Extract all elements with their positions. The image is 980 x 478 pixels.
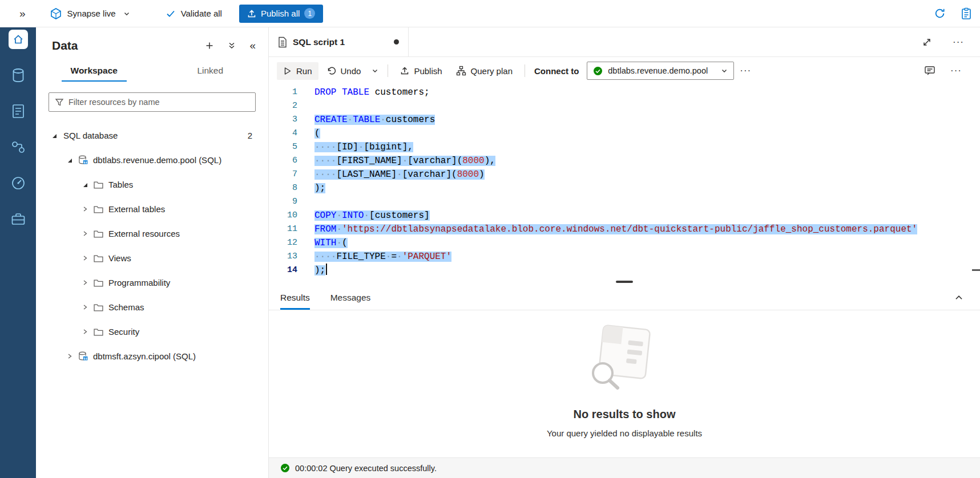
connect-to-label: Connect to bbox=[534, 66, 579, 76]
synapse-live-selector[interactable]: Synapse live bbox=[50, 7, 130, 20]
code-editor[interactable]: 1DROP TABLE customers;23CREATE·TABLE·cus… bbox=[269, 84, 980, 278]
code-line-9[interactable]: 9 bbox=[269, 195, 980, 209]
query-plan-button[interactable]: Query plan bbox=[450, 62, 519, 80]
filter-resources-box[interactable] bbox=[49, 92, 256, 112]
tree-item-dbtmsft-azsyn-cipool-sql[interactable]: dbtmsft.azsyn.cipool (SQL) bbox=[36, 344, 268, 368]
code-line-7[interactable]: 7····[LAST_NAME]·[varchar](8000) bbox=[269, 168, 980, 181]
line-number: 10 bbox=[269, 209, 297, 222]
data-panel: Data « Workspace Linked bbox=[36, 27, 269, 478]
tree-item-tables[interactable]: Tables bbox=[36, 172, 268, 197]
results-splitter[interactable] bbox=[269, 278, 980, 285]
tree-expanded-arrow-icon[interactable] bbox=[50, 133, 59, 139]
pane-more-actions-icon[interactable]: ··· bbox=[946, 63, 966, 79]
properties-icon[interactable] bbox=[924, 65, 935, 76]
mode-label: Synapse live bbox=[67, 9, 116, 18]
collapse-results-chevron-icon[interactable] bbox=[954, 293, 964, 303]
tree-collapsed-arrow-icon[interactable] bbox=[80, 279, 90, 286]
code-line-content: COPY·INTO·[customers] bbox=[314, 209, 430, 222]
tab-sql-script-1[interactable]: SQL script 1 bbox=[269, 27, 409, 56]
tree-item-security[interactable]: Security bbox=[36, 319, 268, 344]
code-line-content: ( bbox=[314, 127, 320, 140]
line-number: 6 bbox=[269, 154, 297, 168]
code-line-10[interactable]: 10COPY·INTO·[customers] bbox=[269, 209, 980, 222]
run-button[interactable]: Run bbox=[277, 62, 318, 80]
tree-item-programmability[interactable]: Programmability bbox=[36, 270, 268, 295]
code-line-5[interactable]: 5····[ID]·[bigint], bbox=[269, 140, 980, 154]
add-resource-icon[interactable] bbox=[205, 41, 214, 50]
tree-collapsed-arrow-icon[interactable] bbox=[80, 304, 90, 310]
line-number: 7 bbox=[269, 168, 297, 181]
line-number: 5 bbox=[269, 140, 297, 154]
monitor-hub-icon[interactable] bbox=[9, 173, 28, 193]
synapse-studio: » Synapse live Validate all Publish all … bbox=[0, 0, 980, 478]
undo-button[interactable]: Undo bbox=[320, 62, 368, 80]
tree-item-views[interactable]: Views bbox=[36, 246, 268, 270]
tab-results[interactable]: Results bbox=[280, 285, 310, 310]
connect-to-dropdown[interactable]: dbtlabs.revenue.demo.pool bbox=[587, 62, 734, 80]
run-label: Run bbox=[296, 66, 312, 76]
publish-button[interactable]: Publish bbox=[394, 62, 448, 80]
code-line-1[interactable]: 1DROP TABLE customers; bbox=[269, 86, 980, 99]
line-number: 2 bbox=[269, 99, 297, 113]
code-line-3[interactable]: 3CREATE·TABLE·customers bbox=[269, 113, 980, 127]
pool-icon bbox=[78, 155, 88, 165]
tab-linked[interactable]: Linked bbox=[152, 58, 269, 83]
clipboard-icon[interactable] bbox=[961, 7, 972, 20]
undo-label: Undo bbox=[341, 66, 361, 76]
code-line-12[interactable]: 12WITH·( bbox=[269, 236, 980, 250]
tree-collapsed-arrow-icon[interactable] bbox=[65, 353, 74, 359]
code-line-2[interactable]: 2 bbox=[269, 99, 980, 113]
tree-collapsed-arrow-icon[interactable] bbox=[80, 230, 90, 237]
code-line-content: WITH·( bbox=[314, 236, 348, 250]
validate-all-button[interactable]: Validate all bbox=[166, 9, 222, 19]
code-line-8[interactable]: 8); bbox=[269, 181, 980, 195]
double-chevron-down-icon[interactable] bbox=[228, 42, 236, 50]
tab-workspace[interactable]: Workspace bbox=[36, 58, 152, 83]
query-status-bar: 00:00:02 Query executed successfully. bbox=[269, 457, 980, 478]
refresh-icon[interactable] bbox=[934, 7, 946, 19]
undo-dropdown-chevron-icon[interactable] bbox=[368, 63, 382, 78]
code-line-13[interactable]: 13····FILE_TYPE·=·'PARQUET' bbox=[269, 250, 980, 264]
code-line-4[interactable]: 4( bbox=[269, 127, 980, 140]
code-line-content: ); bbox=[314, 181, 325, 195]
empty-results-subtitle: Your query yielded no displayable result… bbox=[547, 428, 702, 438]
code-line-14[interactable]: 14); bbox=[269, 264, 980, 277]
manage-hub-icon[interactable] bbox=[9, 209, 28, 229]
expand-editor-icon[interactable] bbox=[922, 37, 932, 47]
panel-title: Data bbox=[52, 39, 78, 52]
tree-collapsed-arrow-icon[interactable] bbox=[80, 255, 90, 261]
tree-collapsed-arrow-icon[interactable] bbox=[80, 206, 90, 212]
tree-item-sql-database[interactable]: SQL database2 bbox=[36, 123, 268, 148]
publish-count-badge: 1 bbox=[304, 8, 315, 19]
line-number: 1 bbox=[269, 86, 297, 99]
integrate-hub-icon[interactable] bbox=[9, 137, 28, 157]
success-check-icon bbox=[280, 463, 290, 473]
top-command-bar: » Synapse live Validate all Publish all … bbox=[0, 0, 980, 27]
tree-item-external-tables[interactable]: External tables bbox=[36, 197, 268, 221]
data-hub-icon[interactable] bbox=[9, 66, 28, 85]
expand-nav-icon[interactable]: » bbox=[19, 7, 26, 20]
tree-item-dbtlabs-revenue-demo-pool-sql[interactable]: dbtlabs.revenue.demo.pool (SQL) bbox=[36, 148, 268, 172]
tree-item-schemas[interactable]: Schemas bbox=[36, 295, 268, 319]
tab-messages[interactable]: Messages bbox=[330, 285, 371, 310]
tree-collapsed-arrow-icon[interactable] bbox=[80, 329, 90, 335]
splitter-handle-icon[interactable] bbox=[616, 281, 633, 283]
tree-expanded-arrow-icon[interactable] bbox=[80, 182, 90, 188]
code-line-content: FROM·'https://dbtlabsynapsedatalake.blob… bbox=[314, 222, 917, 236]
toolbar-more-actions-icon[interactable]: ··· bbox=[735, 63, 756, 79]
develop-hub-icon[interactable] bbox=[9, 102, 28, 121]
folder-icon bbox=[94, 254, 103, 262]
folder-icon bbox=[94, 328, 103, 336]
tree-item-external-resources[interactable]: External resources bbox=[36, 221, 268, 246]
home-hub-icon[interactable] bbox=[9, 30, 28, 49]
tree-expanded-arrow-icon[interactable] bbox=[65, 157, 74, 163]
pool-icon bbox=[78, 351, 88, 362]
collapse-panel-icon[interactable]: « bbox=[249, 39, 256, 52]
overview-ruler-cursor-mark bbox=[972, 269, 980, 271]
code-line-6[interactable]: 6····[FIRST_NAME]·[varchar](8000), bbox=[269, 154, 980, 168]
filter-resources-input[interactable] bbox=[68, 98, 249, 107]
code-line-11[interactable]: 11FROM·'https://dbtlabsynapsedatalake.bl… bbox=[269, 222, 980, 236]
code-line-content: ····[FIRST_NAME]·[varchar](8000), bbox=[314, 154, 495, 168]
tab-more-actions-icon[interactable]: ··· bbox=[948, 34, 969, 50]
publish-all-button[interactable]: Publish all 1 bbox=[239, 5, 323, 23]
